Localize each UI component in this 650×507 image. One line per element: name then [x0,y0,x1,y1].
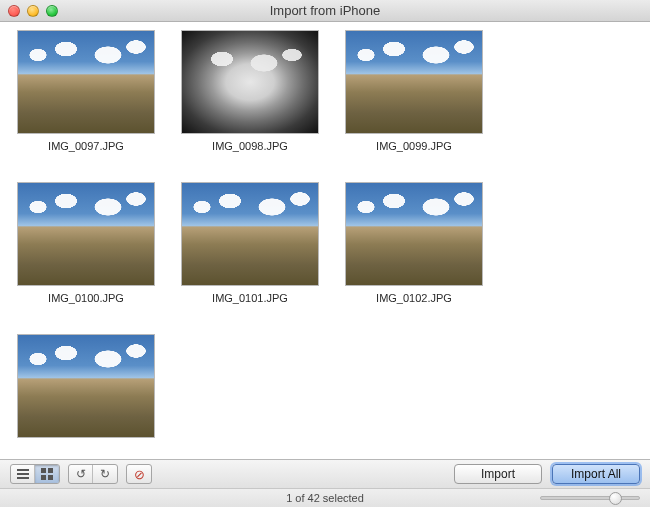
rotate-right-button[interactable] [93,465,117,483]
window-title: Import from iPhone [0,3,650,18]
thumbnail-item[interactable] [6,334,166,444]
zoom-thumb-icon[interactable] [609,492,622,505]
zoom-icon[interactable] [46,5,58,17]
thumbnail-image[interactable] [345,30,483,134]
window-controls [8,5,58,17]
import-all-button[interactable]: Import All [552,464,640,484]
thumbnail-item[interactable]: IMG_0099.JPG [334,30,494,152]
thumbnail-image[interactable] [17,30,155,134]
thumbnail-item[interactable]: IMG_0101.JPG [170,182,330,304]
thumbnail-image[interactable] [345,182,483,286]
zoom-slider[interactable] [540,496,640,500]
thumbnail-item[interactable]: IMG_0102.JPG [334,182,494,304]
thumbnail-filename: IMG_0101.JPG [212,292,288,304]
thumbnail-area[interactable]: IMG_0097.JPGIMG_0098.JPGIMG_0099.JPGIMG_… [0,22,650,459]
grid-view-button[interactable] [35,465,59,483]
thumbnail-filename: IMG_0102.JPG [376,292,452,304]
import-button[interactable]: Import [454,464,542,484]
thumbnail-filename: IMG_0100.JPG [48,292,124,304]
mark-reject-button[interactable] [127,465,151,483]
thumbnail-item[interactable]: IMG_0097.JPG [6,30,166,152]
rotate-segment [68,464,118,484]
rotate-left-button[interactable] [69,465,93,483]
minimize-icon[interactable] [27,5,39,17]
thumbnail-filename: IMG_0097.JPG [48,140,124,152]
close-icon[interactable] [8,5,20,17]
list-view-button[interactable] [11,465,35,483]
thumbnail-image[interactable] [181,30,319,134]
titlebar: Import from iPhone [0,0,650,22]
thumbnail-item[interactable]: IMG_0098.JPG [170,30,330,152]
thumbnail-item[interactable]: IMG_0100.JPG [6,182,166,304]
thumbnail-filename: IMG_0099.JPG [376,140,452,152]
thumbnail-image[interactable] [17,182,155,286]
thumbnail-image[interactable] [17,334,155,438]
view-mode-segment [10,464,60,484]
statusbar: 1 of 42 selected [0,488,650,507]
toolbar: Import Import All [0,459,650,488]
thumbnail-image[interactable] [181,182,319,286]
thumbnail-filename: IMG_0098.JPG [212,140,288,152]
delete-segment [126,464,152,484]
